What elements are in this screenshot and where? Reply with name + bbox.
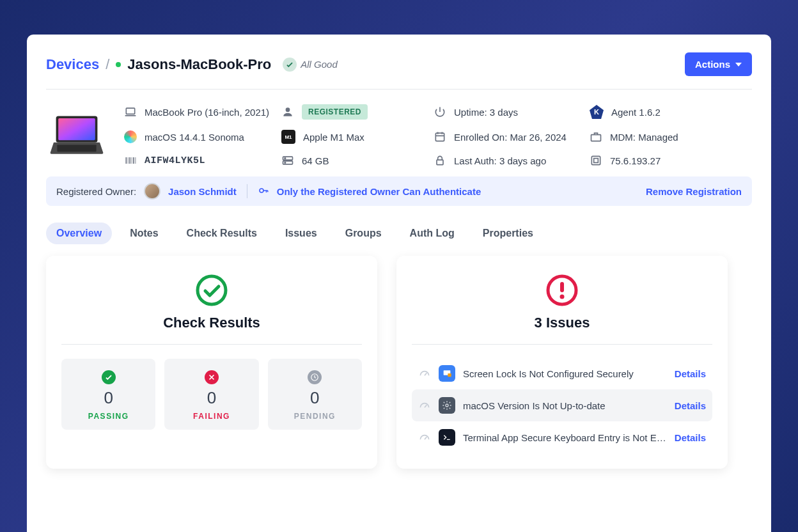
breadcrumb-current: Jasons-MacBook-Pro — [127, 56, 271, 73]
tab-issues[interactable]: Issues — [275, 223, 327, 244]
issue-row[interactable]: Terminal App Secure Keyboard Entry is No… — [412, 421, 712, 453]
power-icon — [434, 106, 446, 118]
tabs: Overview Notes Check Results Issues Grou… — [46, 206, 752, 256]
meta-last-auth: Last Auth: 3 days ago — [434, 153, 584, 168]
actions-button[interactable]: Actions — [685, 52, 752, 76]
svg-rect-12 — [136, 157, 136, 164]
meta-agent: K Agent 1.6.2 — [590, 104, 717, 120]
lock-icon — [434, 154, 446, 167]
issue-row[interactable]: Screen Lock Is Not Configured Securely D… — [412, 357, 712, 389]
svg-point-4 — [286, 107, 290, 112]
check-results-card: Check Results 0 PASSING 0 FAILING 0 PEND… — [46, 256, 377, 469]
device-image — [46, 104, 107, 168]
check-results-title: Check Results — [163, 315, 260, 331]
check-circle-icon — [283, 58, 297, 72]
screen-lock-icon — [439, 365, 455, 382]
svg-rect-17 — [437, 160, 443, 164]
os-icon — [124, 130, 137, 143]
calendar-icon — [434, 130, 446, 143]
meta-storage: 64 GB — [281, 153, 428, 168]
meta-mdm: MDM: Managed — [590, 129, 717, 145]
svg-rect-19 — [594, 159, 598, 163]
svg-rect-2 — [57, 145, 96, 152]
gauge-icon — [418, 367, 431, 380]
gear-icon — [439, 397, 455, 414]
meta-registered: REGISTERED — [281, 104, 428, 120]
status-dot-icon — [116, 62, 121, 67]
stat-passing[interactable]: 0 PASSING — [61, 359, 155, 430]
remove-registration[interactable]: Remove Registration — [646, 186, 742, 197]
tab-overview[interactable]: Overview — [46, 223, 112, 244]
svg-point-15 — [285, 158, 286, 159]
svg-rect-7 — [126, 157, 127, 164]
svg-point-21 — [198, 276, 226, 304]
gauge-icon — [418, 399, 431, 412]
svg-rect-11 — [133, 157, 134, 164]
svg-point-16 — [285, 162, 286, 164]
issue-details-link[interactable]: Details — [675, 432, 706, 443]
svg-rect-8 — [128, 157, 129, 164]
key-icon — [258, 185, 269, 198]
issue-row[interactable]: macOS Version Is Not Up-to-date Details — [412, 389, 712, 421]
caret-down-icon — [735, 63, 742, 66]
stat-pending[interactable]: 0 PENDING — [268, 359, 362, 430]
clock-icon — [308, 370, 322, 384]
gauge-icon — [418, 431, 431, 444]
briefcase-icon — [590, 130, 602, 143]
laptop-icon — [124, 106, 137, 118]
meta-serial: AIFW4LYK5L — [124, 153, 276, 168]
issue-title: macOS Version Is Not Up-to-date — [463, 400, 667, 411]
svg-rect-1 — [58, 118, 95, 140]
auth-policy[interactable]: Only the Registered Owner Can Authentica… — [277, 186, 481, 197]
status-chip: All Good — [283, 58, 338, 72]
avatar — [144, 183, 160, 199]
storage-icon — [281, 154, 294, 167]
issues-card: 3 Issues Screen Lock Is Not Configured S… — [396, 256, 728, 469]
tab-auth-log[interactable]: Auth Log — [400, 223, 465, 244]
tab-groups[interactable]: Groups — [335, 223, 392, 244]
issue-details-link[interactable]: Details — [675, 400, 706, 411]
issues-title: 3 Issues — [535, 315, 590, 331]
barcode-icon — [124, 154, 137, 167]
issue-title: Screen Lock Is Not Configured Securely — [463, 368, 667, 379]
network-icon — [590, 154, 602, 167]
svg-point-20 — [260, 189, 263, 192]
owner-bar: Registered Owner: Jason Schmidt Only the… — [46, 176, 752, 206]
meta-chip: M1 Apple M1 Max — [281, 129, 428, 145]
svg-point-25 — [560, 295, 565, 299]
x-icon — [205, 370, 219, 384]
breadcrumb-separator: / — [106, 56, 109, 73]
chip-icon: M1 — [281, 130, 295, 144]
tab-notes[interactable]: Notes — [120, 223, 168, 244]
svg-rect-9 — [129, 157, 130, 164]
person-icon — [281, 106, 294, 118]
svg-rect-27 — [448, 373, 451, 377]
svg-rect-3 — [126, 108, 134, 114]
tab-properties[interactable]: Properties — [473, 223, 544, 244]
breadcrumb-root[interactable]: Devices — [46, 56, 99, 73]
svg-rect-24 — [560, 282, 564, 292]
terminal-icon — [439, 429, 455, 446]
meta-ip: 75.6.193.27 — [590, 153, 717, 168]
registered-badge: REGISTERED — [302, 104, 368, 120]
owner-label: Registered Owner: — [56, 186, 136, 197]
svg-rect-5 — [435, 133, 444, 141]
agent-icon: K — [590, 105, 604, 119]
meta-os: macOS 14.4.1 Sonoma — [124, 129, 276, 145]
tab-check-results[interactable]: Check Results — [176, 223, 267, 244]
svg-rect-18 — [591, 156, 600, 164]
svg-rect-10 — [132, 157, 132, 164]
meta-model: MacBook Pro (16-inch, 2021) — [124, 104, 276, 120]
issue-title: Terminal App Secure Keyboard Entry is No… — [463, 432, 667, 443]
alert-circle-icon — [545, 274, 579, 307]
check-circle-large-icon — [195, 274, 228, 307]
stat-failing[interactable]: 0 FAILING — [164, 359, 258, 430]
owner-name[interactable]: Jason Schmidt — [168, 186, 237, 197]
breadcrumb: Devices / Jasons-MacBook-Pro All Good — [46, 56, 338, 73]
meta-enrolled: Enrolled On: Mar 26, 2024 — [434, 129, 584, 145]
issue-details-link[interactable]: Details — [675, 368, 706, 379]
meta-uptime: Uptime: 3 days — [434, 104, 584, 120]
status-text: All Good — [301, 59, 338, 70]
svg-rect-6 — [591, 135, 601, 141]
svg-point-28 — [446, 404, 448, 407]
